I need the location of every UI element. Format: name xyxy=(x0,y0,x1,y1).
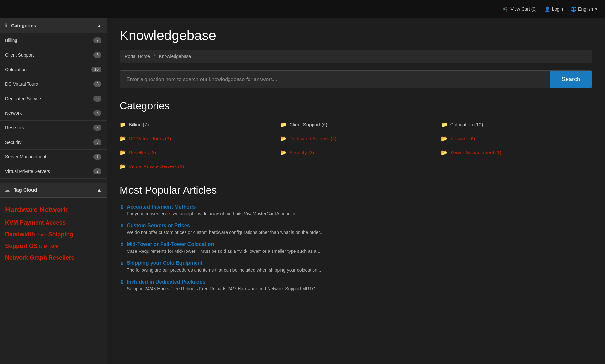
tag-date[interactable]: Date xyxy=(49,244,58,249)
document-icon: 🗎 xyxy=(120,204,124,209)
article-accepted-payment-methods: 🗎 Accepted Payment Methods For your conv… xyxy=(120,204,592,216)
article-excerpt: The following are our procedures and ite… xyxy=(120,267,592,273)
document-icon: 🗎 xyxy=(120,223,124,228)
category-dc-virtual-tours[interactable]: 📂 DC Virtual Tours (3) xyxy=(120,134,271,144)
search-button[interactable]: Search xyxy=(550,71,592,88)
search-bar: Search xyxy=(120,70,592,88)
category-client-support: 📁 Client Support (6) xyxy=(280,120,431,130)
breadcrumb-home-link[interactable]: Portal Home xyxy=(125,54,150,59)
category-billing: 📁 Billing (7) xyxy=(120,120,271,130)
sidebar-item-client-support[interactable]: Client Support 6 xyxy=(0,48,107,62)
chevron-up-icon: ▲ xyxy=(97,23,101,28)
tag-cloud-section: ☁ Tag Cloud ▲ Hardware Network KVM Payme… xyxy=(0,183,107,269)
sidebar-item-label: Colocation xyxy=(5,67,27,72)
language-icon: 🌐 xyxy=(571,6,576,12)
sidebar-badge-resellers: 3 xyxy=(93,125,101,131)
article-title-link[interactable]: 🗎 Shipping your Colo Equipment xyxy=(120,260,592,266)
page-title: Knowledgebase xyxy=(120,28,592,43)
tag-os[interactable]: OS xyxy=(29,243,39,249)
tag-access[interactable]: Access xyxy=(45,219,66,226)
tag-support[interactable]: Support xyxy=(5,243,29,249)
sidebar-item-label: Security xyxy=(5,140,22,145)
tag-resellers[interactable]: Resellers xyxy=(48,254,74,261)
sidebar-item-resellers[interactable]: Resellers 3 xyxy=(0,121,107,135)
breadcrumb-separator: / xyxy=(154,54,155,59)
folder-icon: 📁 xyxy=(441,122,448,128)
sidebar-item-label: DC Virtual Tours xyxy=(5,81,38,87)
article-excerpt: Case Requirements for Mid-Tower:– Must b… xyxy=(120,249,592,254)
view-cart-button[interactable]: 🛒 View Cart (0) xyxy=(503,6,536,12)
sidebar: ℹ Categories ▲ Billing 7 Client Support … xyxy=(0,18,107,364)
sidebar-badge-client-support: 6 xyxy=(93,52,101,58)
article-excerpt: For your convenience, we accept a wide a… xyxy=(120,211,592,216)
cart-icon: 🛒 xyxy=(503,6,508,12)
category-server-management[interactable]: 📂 Server Management (1) xyxy=(441,147,592,157)
tag-cloud-content: Hardware Network KVM Payment Access Band… xyxy=(0,198,107,269)
sidebar-item-security[interactable]: Security 3 xyxy=(0,135,107,150)
category-network[interactable]: 📂 Network (6) xyxy=(441,134,592,144)
sidebar-item-label: Dedicated Servers xyxy=(5,96,42,101)
categories-grid: 📁 Billing (7) 📁 Client Support (6) 📁 Col… xyxy=(120,120,592,171)
sidebar-badge-colocation: 10 xyxy=(91,67,101,72)
folder-open-icon: 📂 xyxy=(280,135,287,142)
language-selector[interactable]: 🌐 English ▾ xyxy=(571,6,597,12)
sidebar-badge-network: 6 xyxy=(93,110,101,116)
tag-bandwidth[interactable]: Bandwidth xyxy=(5,231,37,238)
category-security[interactable]: 📂 Security (3) xyxy=(280,147,431,157)
sidebar-item-server-management[interactable]: Server Management 1 xyxy=(0,150,107,164)
sidebar-item-colocation[interactable]: Colocation 10 xyxy=(0,62,107,77)
folder-open-icon: 📂 xyxy=(120,135,126,142)
sidebar-item-dedicated-servers[interactable]: Dedicated Servers 6 xyxy=(0,91,107,106)
document-icon: 🗎 xyxy=(120,279,124,284)
article-title-link[interactable]: 🗎 Custom Servers or Prices xyxy=(120,223,592,229)
breadcrumb-current: Knowledgebase xyxy=(159,54,191,59)
article-dedicated-packages: 🗎 Included in Dedicated Packages Setup i… xyxy=(120,279,592,291)
user-icon: 👤 xyxy=(545,6,550,12)
top-navigation: 🛒 View Cart (0) 👤 Login 🌐 English ▾ xyxy=(0,0,605,18)
article-title-link[interactable]: 🗎 Mid-Tower or Full-Tower Colocation xyxy=(120,241,592,247)
category-colocation: 📁 Colocation (10) xyxy=(441,120,592,130)
sidebar-item-label: Resellers xyxy=(5,125,24,130)
sidebar-badge-dedicated-servers: 6 xyxy=(93,96,101,102)
sidebar-item-label: Billing xyxy=(5,38,17,43)
tag-network[interactable]: Network xyxy=(39,206,68,214)
folder-open-icon: 📂 xyxy=(120,163,126,169)
folder-open-icon: 📂 xyxy=(280,149,287,155)
article-mid-tower: 🗎 Mid-Tower or Full-Tower Colocation Cas… xyxy=(120,241,592,254)
popular-section-title: Most Popular Articles xyxy=(120,184,592,196)
sidebar-badge-billing: 7 xyxy=(93,37,101,43)
sidebar-categories-header: ℹ Categories ▲ xyxy=(0,18,107,33)
sidebar-item-label: Network xyxy=(5,111,22,116)
tag-shipping[interactable]: Shipping xyxy=(48,231,73,238)
articles-list: 🗎 Accepted Payment Methods For your conv… xyxy=(120,204,592,291)
tag-parts[interactable]: Parts xyxy=(37,232,48,237)
category-vps[interactable]: 📂 Virtual Private Servers (2) xyxy=(120,161,271,171)
login-button[interactable]: 👤 Login xyxy=(545,6,563,12)
sidebar-item-label: Virtual Private Servers xyxy=(5,169,50,174)
tag-due[interactable]: Due xyxy=(39,244,49,249)
folder-open-icon: 📂 xyxy=(120,149,126,155)
article-title-link[interactable]: 🗎 Included in Dedicated Packages xyxy=(120,279,592,285)
chevron-down-icon: ▾ xyxy=(595,6,597,12)
search-input[interactable] xyxy=(120,71,550,88)
tag-graph[interactable]: Graph xyxy=(30,254,48,261)
folder-open-icon: 📂 xyxy=(441,135,448,142)
info-icon: ℹ xyxy=(5,23,7,28)
article-title-link[interactable]: 🗎 Accepted Payment Methods xyxy=(120,204,592,210)
sidebar-badge-vps: 2 xyxy=(93,168,101,174)
folder-open-icon: 📂 xyxy=(441,149,448,155)
sidebar-items-list: Billing 7 Client Support 6 Colocation 10… xyxy=(0,33,107,179)
folder-icon: 📁 xyxy=(280,122,287,128)
category-resellers[interactable]: 📂 Resellers (3) xyxy=(120,147,271,157)
tag-network2[interactable]: Network xyxy=(5,254,30,261)
sidebar-item-label: Server Management xyxy=(5,154,46,159)
tag-hardware[interactable]: Hardware xyxy=(5,206,39,214)
sidebar-item-billing[interactable]: Billing 7 xyxy=(0,33,107,48)
sidebar-item-virtual-private-servers[interactable]: Virtual Private Servers 2 xyxy=(0,164,107,179)
main-content: Knowledgebase Portal Home / Knowledgebas… xyxy=(107,18,605,364)
tag-kvm[interactable]: KVM xyxy=(5,219,20,226)
sidebar-item-network[interactable]: Network 6 xyxy=(0,106,107,121)
category-dedicated-servers[interactable]: 📂 Dedicated Servers (6) xyxy=(280,134,431,144)
tag-payment[interactable]: Payment xyxy=(20,219,45,226)
sidebar-item-dc-virtual-tours[interactable]: DC Virtual Tours 3 xyxy=(0,77,107,91)
